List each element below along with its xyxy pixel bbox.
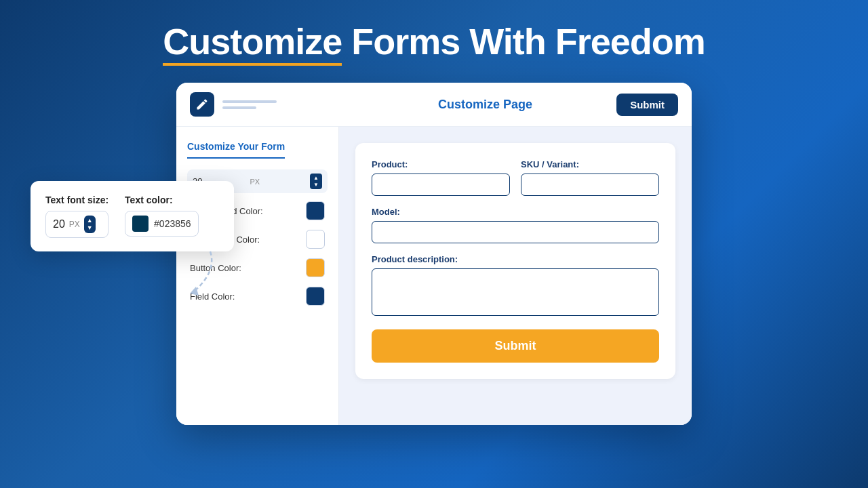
tooltip-color-label: Text color:: [125, 195, 199, 205]
floating-tooltip: Text font size: 20 PX ▲ ▼ Text color:: [31, 181, 234, 251]
sku-field: SKU / Variant:: [521, 159, 659, 196]
button-text-color-swatch[interactable]: [306, 230, 325, 249]
tooltip-font-value: 20: [53, 218, 65, 230]
font-spinner-down[interactable]: ▼: [313, 182, 319, 188]
model-label: Model:: [372, 207, 659, 217]
product-field: Product:: [372, 159, 510, 196]
model-field: Model:: [372, 207, 659, 243]
card-header: Customize Page Submit: [176, 83, 692, 127]
product-sku-row: Product: SKU / Variant:: [372, 159, 659, 196]
tooltip-color-hex: #023856: [154, 218, 191, 229]
dashed-arrow-icon: [173, 245, 220, 299]
tooltip-font-label: Text font size:: [45, 195, 108, 205]
model-input[interactable]: [372, 221, 659, 243]
header-line-1: [222, 100, 277, 103]
left-panel-title: Customize Your Form: [187, 141, 285, 159]
description-row: Product description:: [372, 254, 659, 316]
description-input[interactable]: [372, 268, 659, 316]
hero-title-highlight: Customize: [163, 21, 342, 66]
hero-title-rest: Forms With Freedom: [342, 21, 705, 62]
tooltip-font-unit: PX: [69, 220, 80, 229]
field-color-swatch[interactable]: [306, 287, 325, 306]
edit-icon-container: [190, 92, 214, 117]
header-line-2: [222, 106, 256, 109]
description-field: Product description:: [372, 254, 659, 316]
tooltip-font-field: Text font size: 20 PX ▲ ▼: [45, 195, 108, 238]
form-submit-button[interactable]: Submit: [372, 329, 659, 363]
sku-input[interactable]: [521, 174, 659, 196]
card-header-title: Customize Page: [354, 98, 616, 112]
edit-icon: [195, 98, 209, 111]
main-card: Customize Page Submit Text font size: 20…: [176, 83, 692, 425]
tooltip-font-input[interactable]: 20 PX ▲ ▼: [45, 211, 108, 238]
tooltip-font-spinner[interactable]: ▲ ▼: [84, 216, 96, 233]
font-size-spinner[interactable]: ▲ ▼: [310, 174, 322, 189]
product-input[interactable]: [372, 174, 510, 196]
tooltip-color-swatch[interactable]: [132, 216, 149, 232]
spinner-up[interactable]: ▲: [87, 217, 93, 224]
font-spinner-up[interactable]: ▲: [313, 175, 319, 182]
font-size-unit: PX: [250, 178, 260, 186]
hero-title: Customize Forms With Freedom: [163, 20, 705, 62]
tooltip-row: Text font size: 20 PX ▲ ▼ Text color:: [45, 195, 219, 238]
model-row: Model:: [372, 207, 659, 243]
tooltip-color-field: Text color: #023856: [125, 195, 199, 237]
sku-label: SKU / Variant:: [521, 159, 659, 169]
card-body: Text font size: 20 PX ▲ ▼ Text color:: [176, 127, 692, 425]
background-color-swatch[interactable]: [306, 201, 325, 220]
tooltip-color-input[interactable]: #023856: [125, 211, 199, 237]
header-submit-button[interactable]: Submit: [616, 94, 678, 116]
description-label: Product description:: [372, 254, 659, 264]
left-panel: Text font size: 20 PX ▲ ▼ Text color:: [176, 127, 339, 425]
header-lines: [222, 100, 354, 109]
product-label: Product:: [372, 159, 510, 169]
button-color-swatch[interactable]: [306, 258, 325, 277]
right-panel: Product: SKU / Variant: Model:: [339, 127, 692, 425]
spinner-down[interactable]: ▼: [87, 224, 93, 232]
form-preview: Product: SKU / Variant: Model:: [355, 143, 675, 379]
